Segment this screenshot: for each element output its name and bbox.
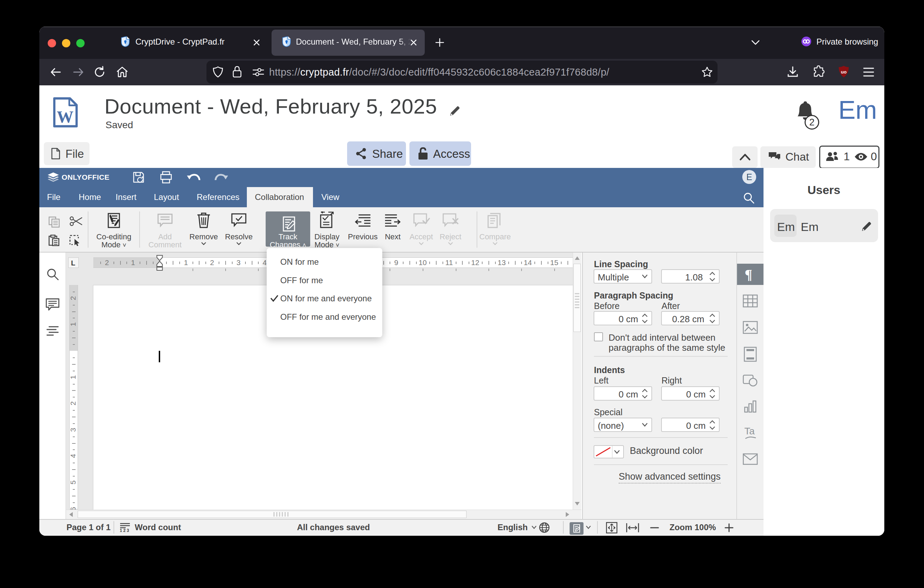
svg-text:1 2 3: 1 2 3 [120,528,129,532]
svg-text:uo: uo [841,69,847,74]
svg-text:W: W [57,107,73,126]
svg-text:Ta: Ta [744,426,755,436]
